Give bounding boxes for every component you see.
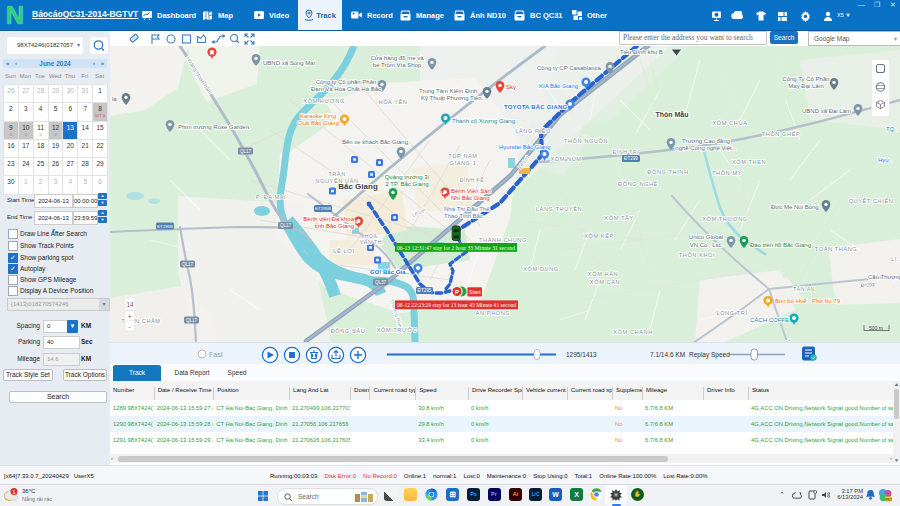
svg-text:Công Ty Cổ Phần: Công Ty Cổ Phần [782, 76, 829, 82]
svg-text:XÓM TRƯỚC: XÓM TRƯỚC [377, 327, 418, 333]
svg-text:Bệnh viện Đa khoa: Bệnh viện Đa khoa [303, 216, 354, 222]
svg-text:THÔN NGUỒN: THÔN NGUỒN [564, 138, 608, 144]
svg-text:Hyundai Bắc Giang: Hyundai Bắc Giang [499, 144, 551, 150]
svg-text:XÓM TÂY: XÓM TÂY [604, 215, 633, 221]
svg-text:ĐÌNH KẾ: ĐÌNH KẾ [460, 177, 485, 183]
svg-text:Cầu Thượng..: Cầu Thượng.. [868, 274, 900, 280]
svg-text:Đạm Và Hóa Chất Hà Bắc: Đạm Và Hóa Chất Hà Bắc [311, 86, 381, 92]
svg-text:Nhà Thi Đấu Thể: Nhà Thi Đấu Thể [444, 206, 490, 212]
svg-text:500 m: 500 m [869, 325, 883, 331]
svg-text:Unico Global: Unico Global [689, 234, 723, 240]
svg-text:QUYẾT CHIẾN: QUYẾT CHIẾN [849, 198, 894, 204]
svg-text:TÂN AN: TÂN AN [793, 286, 815, 292]
svg-text:Bắc Giang: Bắc Giang [338, 182, 378, 191]
svg-text:XÓM CAN: XÓM CAN [590, 279, 620, 285]
svg-text:P. ĐA MAI: P. ĐA MAI [256, 194, 286, 200]
svg-text:Đ=293: Đ=293 [861, 282, 875, 288]
svg-text:Start: Start [469, 289, 481, 295]
svg-text:Hyu..: Hyu.. [878, 157, 892, 163]
svg-text:la: la [112, 96, 117, 102]
svg-text:14: 14 [126, 301, 134, 308]
svg-text:+: + [128, 313, 132, 320]
svg-text:ĐỒNG NGHẼ: ĐỒNG NGHẼ [618, 181, 658, 187]
svg-text:Bến xe khách Bắc Giang: Bến xe khách Bắc Giang [342, 139, 408, 145]
svg-text:XÓM HƯƠNG: XÓM HƯƠNG [303, 98, 345, 104]
svg-text:Club Bắc Giang: Club Bắc Giang [297, 120, 339, 126]
svg-text:ĐT295B: ĐT295B [157, 224, 173, 229]
svg-text:XÓM CHÙA: XÓM CHÙA [713, 120, 748, 126]
svg-text:XÓM HẤN: XÓM HẤN [588, 271, 618, 277]
svg-text:Thao Tỉnh Bắc ...: Thao Tỉnh Bắc ... [444, 213, 490, 219]
svg-text:Tiểu Đình khu B: Tiểu Đình khu B [620, 49, 663, 55]
svg-text:Đảo trên hồ Bắc Giang: Đảo trên hồ Bắc Giang [750, 242, 811, 248]
svg-text:LÀNG THUYỀN: LÀNG THUYỀN [536, 206, 582, 212]
svg-text:LÀNG RIỀU: LÀNG RIỀU [515, 128, 551, 134]
svg-text:H: H [441, 190, 445, 196]
svg-text:bé Trộm Vía Shop: bé Trộm Vía Shop [373, 62, 422, 68]
svg-text:Phim trường Rose Garden: Phim trường Rose Garden [178, 124, 249, 130]
svg-text:06-13 12:31:47 stay for 2 hour: 06-13 12:31:47 stay for 2 hour 33 Minute… [397, 245, 515, 251]
svg-text:AN PHONG: AN PHONG [476, 310, 511, 316]
svg-text:QL37: QL37 [375, 280, 387, 285]
svg-text:tỉnh Bắc Giang: tỉnh Bắc Giang [315, 223, 354, 229]
svg-text:ĐÌNH TRÍ: ĐÌNH TRÍ [613, 149, 639, 155]
svg-text:H: H [354, 219, 358, 225]
svg-text:XÓM THƯỢNG: XÓM THƯỢNG [702, 216, 748, 222]
svg-text:QL17: QL17 [182, 262, 194, 267]
svg-text:ĐT295: ĐT295 [418, 288, 432, 293]
svg-text:KIA Bắc Giang: KIA Bắc Giang [539, 83, 578, 89]
svg-text:THÔN MỸ: THÔN MỸ [712, 170, 742, 176]
svg-text:TQ..: TQ.. [886, 126, 898, 132]
svg-text:Trung Tâm Kiểm Định: Trung Tâm Kiểm Định [419, 88, 477, 94]
svg-text:Trường Cao đẳng: Trường Cao đẳng [682, 138, 730, 144]
svg-text:TRẦN: TRẦN [328, 171, 346, 177]
svg-text:XÓM KẾP: XÓM KẾP [584, 233, 614, 239]
svg-text:GO! Bắc Gia..: GO! Bắc Gia.. [370, 269, 409, 275]
svg-text:UBND xã Đại Lâm: UBND xã Đại Lâm [802, 108, 851, 114]
svg-text:LI..: LI.. [891, 256, 900, 262]
svg-text:ĐT299: ĐT299 [624, 156, 638, 161]
svg-text:LONG TRÌ: LONG TRÌ [716, 310, 747, 316]
svg-text:VN Co., Ltd.: VN Co., Ltd. [690, 242, 723, 248]
svg-text:06-12 22:23:29 stay for 13 hou: 06-12 22:23:29 stay for 13 hour 43 Minut… [397, 302, 516, 308]
svg-text:TDP NAM: TDP NAM [448, 153, 477, 159]
svg-text:QL17: QL17 [240, 149, 252, 154]
svg-text:CÁCH COFFE: CÁCH COFFE [750, 317, 789, 323]
svg-text:HÒA YÊN: HÒA YÊN [379, 98, 408, 105]
svg-text:LÊ LỢI: LÊ LỢI [333, 247, 354, 254]
svg-text:ĐT295B: ĐT295B [315, 206, 331, 211]
svg-text:Thành cổ Xương Giang: Thành cổ Xương Giang [452, 118, 515, 124]
svg-text:nghề Công nghệ Việt...: nghề Công nghệ Việt... [675, 145, 737, 151]
svg-text:XÓM NÚM: XÓM NÚM [550, 156, 581, 162]
svg-text:H: H [210, 50, 214, 56]
svg-text:TOÀN THẮNG: TOÀN THẮNG [815, 245, 857, 252]
svg-text:Karaoke King: Karaoke King [300, 113, 336, 119]
svg-text:Bún bò Huế - Phở bò 79: Bún bò Huế - Phở bò 79 [775, 298, 841, 304]
svg-text:Sky: Sky [506, 84, 516, 90]
svg-text:ĐỒNG SẤU: ĐỒNG SẤU [331, 328, 366, 334]
svg-text:GIANG 1: GIANG 1 [450, 160, 477, 166]
svg-text:XÓM DUNG: XÓM DUNG [523, 266, 559, 272]
svg-text:UBND xã Song Mai: UBND xã Song Mai [263, 60, 315, 66]
svg-text:TOYOTA BẮC GIANG: TOYOTA BẮC GIANG [504, 103, 568, 110]
svg-text:Quảng trường 3/: Quảng trường 3/ [385, 174, 430, 180]
svg-text:Đức Mẹ Núi Bỗng: Đức Mẹ Núi Bỗng [771, 204, 819, 210]
svg-text:THÔN GHÉP: THÔN GHÉP [762, 131, 801, 137]
svg-text:XÓM CHANH: XÓM CHANH [613, 329, 653, 335]
svg-text:PRO: PRO [885, 498, 892, 502]
svg-text:THÀNH CHUNG: THÀNH CHUNG [479, 237, 527, 243]
svg-text:ĐỒNG THỊNH: ĐỒNG THỊNH [647, 169, 688, 175]
svg-text:Bệnh Viện Sản: Bệnh Viện Sản [451, 188, 491, 194]
svg-text:Công ty Cổ phần Phân: Công ty Cổ phần Phân [316, 79, 377, 85]
svg-text:Công ty CP Casablanca: Công ty CP Casablanca [537, 65, 602, 71]
svg-text:THÔN KHỎI: THÔN KHỎI [679, 252, 715, 258]
svg-text:QL17: QL17 [280, 223, 292, 228]
svg-text:VĂN TH.: VĂN TH. [360, 239, 384, 245]
svg-text:Kỹ Thuật Phương Tiện...: Kỹ Thuật Phương Tiện... [421, 95, 487, 101]
svg-text:May Đại Lâm: May Đại Lâm [788, 83, 823, 89]
svg-text:Cửa hàng đồ mẹ và: Cửa hàng đồ mẹ và [370, 55, 424, 61]
svg-text:QL17: QL17 [186, 318, 198, 323]
svg-text:2 TP. Bắc Giang: 2 TP. Bắc Giang [385, 181, 428, 187]
svg-text:Nhi Bắc Giang: Nhi Bắc Giang [451, 195, 490, 201]
svg-text:Thôn Mẫu: Thôn Mẫu [655, 110, 688, 118]
